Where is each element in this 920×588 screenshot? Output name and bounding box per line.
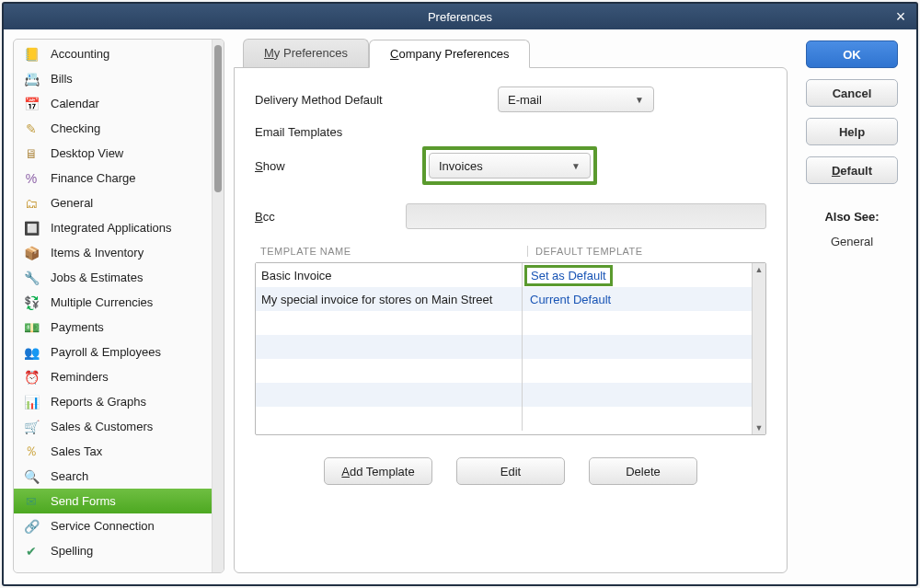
delete-button[interactable]: Delete (589, 457, 697, 485)
table-row (256, 383, 752, 407)
sidebar-item-spelling[interactable]: ✔Spelling (14, 538, 212, 563)
sidebar-item-label: Bills (51, 72, 73, 86)
right-buttons: OK Cancel Help Default Also See: General (797, 39, 907, 573)
show-label: Show (255, 159, 402, 173)
default-template-cell (523, 335, 752, 359)
template-name-cell (256, 359, 523, 383)
main-panel: My Preferences Company Preferences Deliv… (234, 39, 788, 573)
edit-button[interactable]: Edit (456, 457, 565, 485)
delivery-method-label: Delivery Method Default (255, 93, 402, 107)
tab-my-preferences[interactable]: My Preferences (243, 39, 369, 67)
sidebar-icon: 🛒 (21, 419, 41, 435)
sidebar-item-sales-tax[interactable]: ％Sales Tax (14, 439, 212, 464)
sidebar-item-finance-charge[interactable]: %Finance Charge (14, 166, 212, 190)
sidebar-item-general[interactable]: 🗂General (14, 190, 212, 215)
sidebar-item-label: Payroll & Employees (51, 345, 161, 359)
sidebar-item-service-connection[interactable]: 🔗Service Connection (14, 513, 212, 538)
default-template-cell (523, 359, 752, 383)
cancel-button[interactable]: Cancel (806, 79, 898, 107)
show-select[interactable]: Invoices ▼ (429, 153, 591, 179)
sidebar-item-label: Finance Charge (51, 171, 136, 185)
sidebar-item-bills[interactable]: 📇Bills (14, 66, 212, 91)
default-template-cell[interactable]: Current Default (523, 287, 752, 311)
sidebar-item-multiple-currencies[interactable]: 💱Multiple Currencies (14, 290, 212, 315)
scroll-up-icon[interactable]: ▲ (753, 263, 765, 276)
table-scrollbar[interactable]: ▲ ▼ (752, 263, 765, 434)
sidebar-icon: ✎ (21, 121, 41, 137)
delivery-method-select[interactable]: E-mail ▼ (498, 86, 654, 112)
tab-company-preferences[interactable]: Company Preferences (369, 40, 530, 68)
sidebar-item-label: General (51, 196, 93, 210)
sidebar-icon: 📒 (21, 46, 41, 63)
table-row[interactable]: Basic InvoiceSet as Default (256, 263, 752, 287)
show-value: Invoices (439, 159, 483, 173)
set-as-default-link[interactable]: Set as Default (524, 265, 613, 286)
sidebar-item-label: Multiple Currencies (51, 295, 153, 309)
sidebar-item-desktop-view[interactable]: 🖥Desktop View (14, 141, 212, 166)
sidebar-item-accounting[interactable]: 📒Accounting (14, 41, 212, 66)
sidebar-item-calendar[interactable]: 📅Calendar (14, 91, 212, 116)
chevron-down-icon: ▼ (635, 95, 644, 105)
tabs: My Preferences Company Preferences (243, 39, 788, 67)
ok-button[interactable]: OK (806, 40, 898, 68)
column-template-name: TEMPLATE NAME (260, 246, 527, 257)
sidebar-item-jobs-estimates[interactable]: 🔧Jobs & Estimates (14, 265, 212, 290)
sidebar-item-label: Send Forms (51, 494, 116, 508)
bcc-label: Bcc (255, 210, 292, 224)
table-row (256, 311, 752, 335)
sidebar-icon: 🔍 (21, 468, 41, 485)
sidebar-icon: 📦 (21, 245, 41, 261)
sidebar-icon: ％ (21, 444, 41, 460)
table-row (256, 335, 752, 359)
sidebar-icon: 📇 (21, 71, 41, 87)
sidebar-scrollbar[interactable] (212, 40, 224, 572)
preferences-window: Preferences × 📒Accounting📇Bills📅Calendar… (2, 2, 918, 586)
sidebar-icon: 🗂 (21, 195, 41, 212)
sidebar-item-integrated-applications[interactable]: 🔲Integrated Applications (14, 215, 212, 240)
sidebar-icon: ⏰ (21, 369, 41, 386)
column-default-template: DEFAULT TEMPLATE (527, 246, 766, 257)
bcc-input[interactable] (406, 203, 766, 229)
sidebar-item-payments[interactable]: 💵Payments (14, 315, 212, 340)
scroll-down-icon[interactable]: ▼ (753, 421, 765, 434)
templates-table: TEMPLATE NAME DEFAULT TEMPLATE Basic Inv… (255, 242, 766, 435)
sidebar-item-label: Payments (51, 320, 104, 334)
help-button[interactable]: Help (806, 118, 898, 145)
show-select-highlight: Invoices ▼ (422, 146, 597, 185)
sidebar-icon: 🔗 (21, 518, 41, 535)
sidebar-item-reminders[interactable]: ⏰Reminders (14, 364, 212, 389)
sidebar-icon: 💱 (21, 294, 41, 311)
default-template-cell (523, 383, 752, 407)
sidebar-item-items-inventory[interactable]: 📦Items & Inventory (14, 240, 212, 265)
default-button[interactable]: Default (806, 156, 898, 184)
table-row[interactable]: My special invoice for stores on Main St… (256, 287, 752, 311)
sidebar-item-label: Search (51, 469, 88, 483)
close-icon[interactable]: × (892, 8, 909, 25)
sidebar-item-payroll-employees[interactable]: 👥Payroll & Employees (14, 340, 212, 364)
template-name-cell (256, 383, 523, 407)
delivery-method-value: E-mail (508, 93, 542, 107)
sidebar-item-sales-customers[interactable]: 🛒Sales & Customers (14, 414, 212, 439)
default-template-cell[interactable]: Set as Default (523, 263, 752, 287)
titlebar: Preferences × (4, 4, 916, 29)
add-template-button[interactable]: Add Template (324, 457, 432, 485)
sidebar-item-label: Reports & Graphs (51, 395, 146, 409)
template-name-cell (256, 311, 523, 335)
template-name-cell (256, 335, 523, 359)
template-name-cell: Basic Invoice (256, 263, 523, 287)
sidebar: 📒Accounting📇Bills📅Calendar✎Checking🖥Desk… (13, 39, 224, 573)
sidebar-item-checking[interactable]: ✎Checking (14, 116, 212, 141)
sidebar-item-label: Accounting (51, 47, 109, 61)
sidebar-icon: 🔧 (21, 270, 41, 286)
template-name-cell (256, 407, 523, 431)
tab-body: Delivery Method Default E-mail ▼ Email T… (234, 67, 788, 573)
sidebar-item-reports-graphs[interactable]: 📊Reports & Graphs (14, 389, 212, 414)
sidebar-item-send-forms[interactable]: ✉Send Forms (14, 489, 212, 513)
also-see-link[interactable]: General (824, 235, 879, 248)
sidebar-item-label: Items & Inventory (51, 246, 144, 259)
sidebar-item-search[interactable]: 🔍Search (14, 464, 212, 489)
also-see-section: Also See: General (824, 210, 879, 248)
table-row (256, 407, 752, 431)
scrollbar-thumb[interactable] (214, 45, 222, 192)
sidebar-icon: 🖥 (21, 145, 41, 162)
